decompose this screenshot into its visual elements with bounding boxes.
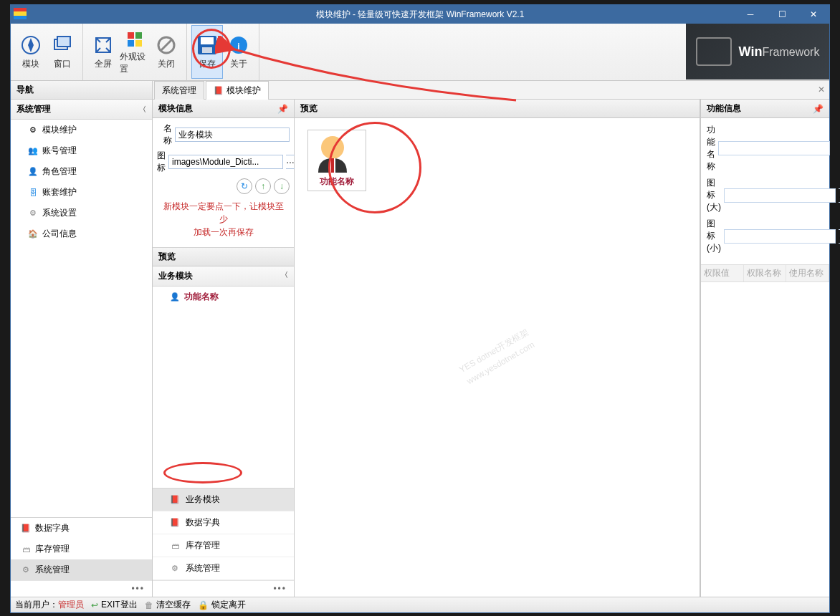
exit-icon: ↩ bbox=[91, 600, 98, 610]
nav-item-settings[interactable]: ⚙系统设置 bbox=[11, 203, 152, 223]
stack-icon: 🗃 bbox=[21, 544, 31, 554]
person-icon: 👤 bbox=[170, 292, 180, 302]
current-user-label: 当前用户：管理员 bbox=[15, 599, 84, 611]
forbidden-icon bbox=[155, 34, 178, 57]
chevron-left-icon: 〈 bbox=[281, 270, 288, 282]
titlebar: 模块维护 - 轻量级可快速开发框架 WinFramework V2.1 ─ ☐ … bbox=[11, 5, 829, 24]
info-icon: i bbox=[227, 34, 250, 57]
refresh-button[interactable]: ↻ bbox=[237, 178, 252, 194]
close-tab-icon[interactable]: ✕ bbox=[818, 85, 825, 95]
workspace: 导航 系统管理〈 ⚙模块维护 👥账号管理 👤角色管理 🗄账套维护 ⚙系统设置 🏠… bbox=[11, 81, 829, 597]
svg-rect-7 bbox=[135, 40, 142, 47]
fullscreen-button[interactable]: 全屏 bbox=[87, 25, 119, 79]
nav-item-books[interactable]: 🗄账套维护 bbox=[11, 182, 152, 203]
close-window-button[interactable]: ✕ bbox=[798, 5, 829, 24]
func-name-input[interactable] bbox=[718, 141, 830, 155]
nav-bottom-stock[interactable]: 🗃库存管理 bbox=[11, 539, 152, 559]
app-icon bbox=[14, 8, 27, 19]
name-label: 名称 bbox=[157, 122, 172, 147]
svg-rect-12 bbox=[202, 47, 212, 53]
nav-overflow[interactable]: ••• bbox=[11, 580, 152, 597]
book-icon: 📕 bbox=[170, 518, 180, 528]
icon-big-input[interactable] bbox=[724, 188, 836, 203]
role-icon: 👤 bbox=[28, 167, 38, 177]
trash-icon: 🗑 bbox=[145, 600, 153, 610]
cog-icon: ⚙ bbox=[28, 208, 38, 218]
tree-group-business[interactable]: 业务模块〈 bbox=[153, 266, 294, 287]
tab-module-maint[interactable]: 📕模块维护 bbox=[206, 81, 269, 100]
module-info-header: 模块信息 bbox=[158, 102, 193, 115]
tab-system[interactable]: 系统管理 bbox=[154, 81, 204, 100]
nav-item-account[interactable]: 👥账号管理 bbox=[11, 140, 152, 161]
book-icon: 📕 bbox=[170, 495, 180, 505]
mod-system[interactable]: ⚙系统管理 bbox=[153, 557, 294, 580]
palette-icon bbox=[123, 29, 146, 49]
svg-rect-2 bbox=[57, 37, 70, 47]
module-icon-input[interactable] bbox=[168, 155, 283, 169]
permission-table-header: 权限值 权限名称 使用名称 bbox=[701, 264, 829, 282]
db-icon: 🗄 bbox=[28, 188, 38, 198]
move-down-button[interactable]: ↓ bbox=[274, 178, 290, 194]
module-name-input[interactable] bbox=[175, 127, 290, 142]
hint-text: 新模块一定要点一下，让模块至少加载一次再保存 bbox=[157, 196, 290, 243]
nav-bottom-system[interactable]: ⚙系统管理 bbox=[11, 559, 152, 580]
clear-cache-button[interactable]: 🗑清空缓存 bbox=[145, 599, 191, 611]
svg-point-15 bbox=[321, 136, 344, 159]
icon-big-label: 图标(大) bbox=[707, 177, 721, 213]
mod-dict[interactable]: 📕数据字典 bbox=[153, 511, 294, 534]
fullscreen-icon bbox=[92, 34, 115, 57]
tree-item-func[interactable]: 👤功能名称 bbox=[153, 287, 294, 307]
lock-icon: 🔒 bbox=[198, 600, 209, 610]
function-card[interactable]: 功能名称 bbox=[307, 130, 366, 191]
main-area: 系统管理 📕模块维护 ✕ 模块信息📌 名称 图标… ↻ ↑ ↓ bbox=[153, 81, 829, 597]
save-button[interactable]: 保存 bbox=[191, 25, 223, 79]
function-info-panel: 功能信息📌 功能名称 图标(大)… 图标(小)… 权限值 权限名称 使用名称 bbox=[700, 100, 829, 597]
watermark: YES dotnet开发框架www.yesdotnet.com bbox=[457, 326, 538, 389]
function-card-label: 功能名称 bbox=[311, 175, 363, 188]
nav-item-module-maint[interactable]: ⚙模块维护 bbox=[11, 120, 152, 140]
icon-small-input[interactable] bbox=[724, 229, 836, 244]
avatar-icon bbox=[311, 133, 354, 173]
exit-button[interactable]: ↩EXIT登出 bbox=[91, 599, 138, 611]
nav-item-company[interactable]: 🏠公司信息 bbox=[11, 223, 152, 244]
compass-icon bbox=[19, 34, 42, 57]
gear-icon: ⚙ bbox=[28, 125, 38, 135]
module-button[interactable]: 模块 bbox=[15, 25, 47, 79]
window-title: 模块维护 - 轻量级可快速开发框架 WinFramework V2.1 bbox=[316, 9, 525, 21]
stack-icon: 🗃 bbox=[170, 541, 180, 551]
mod-overflow[interactable]: ••• bbox=[153, 580, 294, 597]
brand-logo: WinFramework bbox=[686, 24, 829, 80]
appearance-button[interactable]: 外观设置 bbox=[119, 25, 151, 79]
close-button[interactable]: 关闭 bbox=[151, 25, 182, 79]
pin-icon[interactable]: 📌 bbox=[277, 104, 288, 114]
nav-item-role[interactable]: 👤角色管理 bbox=[11, 161, 152, 182]
mod-business[interactable]: 📕业务模块 bbox=[153, 489, 294, 511]
mod-stock[interactable]: 🗃库存管理 bbox=[153, 534, 294, 557]
minimize-button[interactable]: ─ bbox=[735, 5, 766, 24]
nav-bottom-dict[interactable]: 📕数据字典 bbox=[11, 518, 152, 539]
app-window: 模块维护 - 轻量级可快速开发框架 WinFramework V2.1 ─ ☐ … bbox=[10, 4, 830, 613]
icon-label: 图标 bbox=[157, 150, 166, 174]
lock-button[interactable]: 🔒锁定离开 bbox=[198, 599, 246, 611]
center-preview-header: 预览 bbox=[295, 100, 700, 118]
book-icon: 📕 bbox=[214, 86, 224, 96]
home-icon: 🏠 bbox=[28, 229, 38, 239]
gear-icon: ⚙ bbox=[21, 565, 31, 575]
svg-rect-4 bbox=[128, 32, 134, 39]
module-info-panel: 模块信息📌 名称 图标… ↻ ↑ ↓ 新模块一定要点一下，让模块至少加载一次再保… bbox=[153, 100, 295, 597]
move-up-button[interactable]: ↑ bbox=[255, 178, 271, 194]
function-info-header: 功能信息 bbox=[707, 102, 741, 115]
nav-section-system[interactable]: 系统管理〈 bbox=[11, 100, 152, 120]
gear-icon: ⚙ bbox=[170, 564, 180, 574]
nav-header: 导航 bbox=[11, 81, 152, 100]
pin-icon[interactable]: 📌 bbox=[813, 104, 824, 114]
windows-icon bbox=[51, 34, 74, 57]
save-icon bbox=[196, 34, 219, 57]
window-button[interactable]: 窗口 bbox=[47, 25, 78, 79]
svg-rect-6 bbox=[128, 40, 134, 47]
svg-rect-5 bbox=[135, 32, 142, 39]
preview-header: 预览 bbox=[153, 248, 294, 266]
about-button[interactable]: i 关于 bbox=[223, 25, 254, 79]
maximize-button[interactable]: ☐ bbox=[766, 5, 798, 24]
svg-rect-17 bbox=[331, 158, 334, 173]
